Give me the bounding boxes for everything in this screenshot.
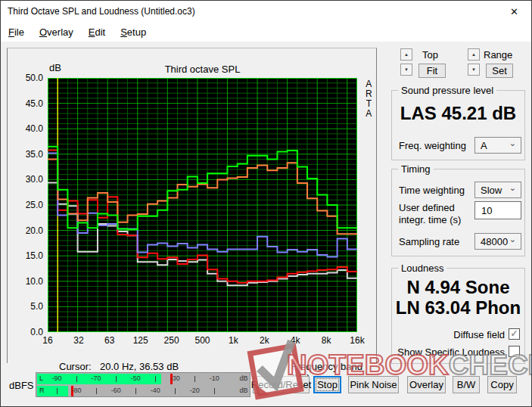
meter-scale-label: -30 <box>170 374 180 382</box>
meter-scale-label: -70 <box>92 374 101 382</box>
time-weighting-label: Time weighting <box>399 185 465 196</box>
range-spin-up-icon[interactable]: ▲ <box>468 48 480 61</box>
top-spin-up-icon[interactable]: ▲ <box>400 48 412 61</box>
x-tick-label: 125 <box>133 335 148 346</box>
chart-panel: dB Third octave SPL 50.045.040.035.030.0… <box>7 48 377 363</box>
cursor-label: Cursor: <box>59 361 92 372</box>
spl-value: LAS 45.21 dB <box>392 103 524 124</box>
menu-item-overlay[interactable]: Overlay <box>32 23 81 41</box>
integr-time-label-line1: User defined <box>399 202 455 213</box>
chevron-down-icon: ⌄ <box>509 235 516 244</box>
x-tick-label: 4k <box>291 335 300 346</box>
y-tick-label: 25.0 <box>26 200 43 210</box>
meter-scale-label: -20 <box>190 387 200 394</box>
meter-row-r: R-80-60-40-20dB <box>37 386 249 396</box>
chevron-down-icon: ⌄ <box>509 183 516 193</box>
meter-scale-label: -80 <box>72 387 82 394</box>
stop-button[interactable]: Stop <box>313 376 341 393</box>
freq-weighting-select[interactable]: A ⌄ <box>474 137 521 154</box>
orange-trace <box>48 160 357 235</box>
y-tick-label: 15.0 <box>26 250 43 261</box>
close-icon[interactable]: ✕ <box>497 1 531 22</box>
meter-scale-tick <box>116 376 117 382</box>
meter-channel-label: L <box>39 374 43 382</box>
x-tick-label: 2k <box>260 335 269 346</box>
top-spin-down-icon[interactable]: ▼ <box>400 64 412 76</box>
range-label: Range <box>484 49 512 61</box>
x-tick-label: 16 <box>42 335 52 346</box>
y-tick-label: 10.0 <box>26 276 43 287</box>
meter-scale-tick <box>194 376 195 382</box>
diffuse-field-checkbox[interactable]: ✓ <box>509 328 520 340</box>
x-tick-label: 32 <box>73 335 83 346</box>
window-title: Third Octave SPL and Loudness (Untitled.… <box>1 6 195 17</box>
timing-group-title: Timing <box>398 163 434 175</box>
meter-scale-tick <box>214 388 215 394</box>
show-specific-loudness-checkbox[interactable] <box>509 346 520 357</box>
meter-unit-label: dB <box>239 387 247 394</box>
title-bar: Third Octave SPL and Loudness (Untitled.… <box>1 1 531 22</box>
spl-group-title: Sound pressure level <box>398 85 496 96</box>
time-weighting-select[interactable]: Slow ⌄ <box>474 182 521 198</box>
copy-button[interactable]: Copy <box>487 376 517 393</box>
meter-scale-tick <box>135 388 136 394</box>
meter-scale-tick <box>57 388 58 394</box>
set-button[interactable]: Set <box>486 64 513 78</box>
y-tick-label: 0.0 <box>30 327 43 337</box>
arta-watermark: A R T A <box>366 79 372 119</box>
meter-scale-label: -10 <box>210 374 219 382</box>
menu-bar: FileOverlayEditSetup <box>1 22 531 42</box>
chevron-down-icon: ⌄ <box>509 138 516 148</box>
freq-weighting-label: Freq. weighting <box>399 140 466 151</box>
x-tick-label: 250 <box>164 335 179 346</box>
level-meter: L-90-70-50-30-10dBR-80-60-40-20dB <box>36 372 250 397</box>
menu-item-edit[interactable]: Edit <box>81 23 113 41</box>
y-tick-label: 45.0 <box>26 98 43 109</box>
meter-scale-tick <box>155 376 156 382</box>
overlay-button[interactable]: Overlay <box>407 376 446 393</box>
range-spin-down-icon[interactable]: ▼ <box>468 64 480 76</box>
bw-button[interactable]: B/W <box>453 376 480 393</box>
y-axis-labels: 50.045.040.035.030.025.020.015.010.05.00… <box>8 78 45 332</box>
meter-scale-label: -60 <box>111 387 121 394</box>
y-tick-label: 20.0 <box>26 225 43 236</box>
diffuse-field-label: Diffuse field <box>409 329 505 340</box>
plot-title: Third octave SPL <box>48 64 357 75</box>
y-tick-label: 40.0 <box>26 123 43 134</box>
record-reset-button[interactable]: Record/Reset <box>253 376 310 393</box>
dbfs-label: dBFS <box>9 380 34 391</box>
sampling-rate-label: Sampling rate <box>399 236 459 247</box>
x-tick-label: 8k <box>322 335 331 346</box>
show-specific-loudness-label: Show Specific Loudness <box>391 346 505 358</box>
integr-time-label-line2: integr. time (s) <box>399 214 461 225</box>
cursor-value: 20.0 Hz, 36.53 dB <box>100 361 179 372</box>
y-tick-label: 5.0 <box>30 301 43 312</box>
top-label: Top <box>422 49 438 61</box>
red-trace <box>48 150 357 282</box>
meter-scale-label: -50 <box>131 374 141 382</box>
app-window: Third Octave SPL and Loudness (Untitled.… <box>0 0 532 407</box>
meter-scale-tick <box>96 388 97 394</box>
x-tick-label: 63 <box>104 335 114 346</box>
menu-item-file[interactable]: File <box>1 23 32 41</box>
meter-scale-label: -90 <box>52 374 62 382</box>
sampling-rate-value: 48000 <box>481 236 508 247</box>
spl-plot[interactable] <box>48 78 357 332</box>
meter-row-l: L-90-70-50-30-10dB <box>37 374 249 384</box>
y-tick-label: 35.0 <box>26 149 43 160</box>
y-tick-label: 30.0 <box>26 174 43 185</box>
meter-unit-label: dB <box>239 374 247 382</box>
fit-button[interactable]: Fit <box>418 64 446 78</box>
pink-noise-button[interactable]: Pink Noise <box>348 376 399 393</box>
meter-channel-label: R <box>39 387 45 394</box>
sone-value: N 4.94 Sone <box>392 277 524 298</box>
meter-scale-tick <box>175 388 176 394</box>
menu-item-setup[interactable]: Setup <box>113 23 154 41</box>
sampling-rate-select[interactable]: 48000 ⌄ <box>474 233 521 250</box>
integr-time-input[interactable]: 10 <box>474 201 521 219</box>
phon-value: LN 63.04 Phon <box>392 297 524 318</box>
loudness-group-title: Loudness <box>398 263 446 274</box>
meter-scale-label: -40 <box>151 387 160 394</box>
time-weighting-value: Slow <box>481 185 502 196</box>
x-axis-labels: 1632631252505001k2k4k8k16k <box>48 335 357 347</box>
